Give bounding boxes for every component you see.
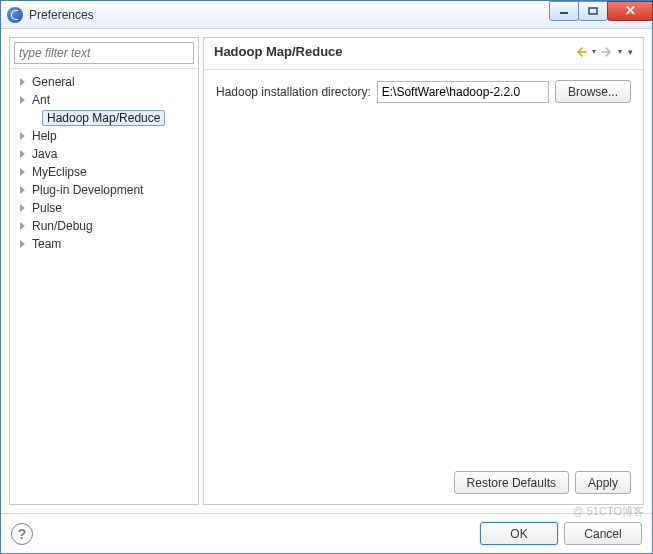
tree-item-label: Plug-in Development — [32, 183, 143, 197]
tree-item-myeclipse[interactable]: MyEclipse — [12, 163, 196, 181]
svg-rect-1 — [589, 8, 597, 14]
app-icon — [7, 7, 23, 23]
tree-item-help[interactable]: Help — [12, 127, 196, 145]
minimize-icon — [559, 7, 569, 15]
filter-input[interactable] — [14, 42, 194, 64]
tree-item-label: Pulse — [32, 201, 62, 215]
page-nav: ▾ ▾ ▾ — [574, 45, 635, 59]
tree-item-label: Ant — [32, 93, 50, 107]
expander-icon[interactable] — [18, 203, 28, 213]
expander-icon[interactable] — [18, 95, 28, 105]
restore-defaults-button[interactable]: Restore Defaults — [454, 471, 569, 494]
page-content: Hadoop installation directory: Browse...… — [204, 70, 643, 504]
forward-dropdown[interactable]: ▾ — [616, 47, 624, 56]
expander-icon[interactable] — [18, 185, 28, 195]
tree-item-label: Run/Debug — [32, 219, 93, 233]
install-dir-label: Hadoop installation directory: — [216, 85, 371, 99]
install-dir-row: Hadoop installation directory: Browse... — [216, 80, 631, 103]
tree-item-label: General — [32, 75, 75, 89]
forward-button[interactable] — [600, 45, 614, 59]
install-dir-input[interactable] — [377, 81, 549, 103]
tree-item-label: Java — [32, 147, 57, 161]
tree-item-label: MyEclipse — [32, 165, 87, 179]
tree-item-ant[interactable]: Ant — [12, 91, 196, 109]
titlebar: Preferences ✕ — [1, 1, 652, 29]
settings-pane: Hadoop Map/Reduce ▾ ▾ ▾ Hadoop installat… — [203, 37, 644, 505]
expander-icon[interactable] — [18, 131, 28, 141]
minimize-button[interactable] — [549, 1, 579, 21]
help-icon: ? — [18, 526, 27, 542]
cancel-button[interactable]: Cancel — [564, 522, 642, 545]
tree-item-label: Team — [32, 237, 61, 251]
tree-item-general[interactable]: General — [12, 73, 196, 91]
page-title: Hadoop Map/Reduce — [214, 44, 343, 59]
expander-icon[interactable] — [18, 77, 28, 87]
tree-item-label: Help — [32, 129, 57, 143]
apply-button[interactable]: Apply — [575, 471, 631, 494]
view-menu[interactable]: ▾ — [626, 47, 635, 57]
tree-item-run-debug[interactable]: Run/Debug — [12, 217, 196, 235]
tree-item-hadoop-map-reduce[interactable]: Hadoop Map/Reduce — [12, 109, 196, 127]
maximize-icon — [588, 7, 598, 15]
ok-button[interactable]: OK — [480, 522, 558, 545]
page-header: Hadoop Map/Reduce ▾ ▾ ▾ — [204, 38, 643, 70]
back-button[interactable] — [574, 45, 588, 59]
help-button[interactable]: ? — [11, 523, 33, 545]
maximize-button[interactable] — [578, 1, 608, 21]
close-button[interactable]: ✕ — [607, 1, 653, 21]
tree-item-label: Hadoop Map/Reduce — [42, 110, 165, 126]
back-dropdown[interactable]: ▾ — [590, 47, 598, 56]
body: GeneralAntHadoop Map/ReduceHelpJavaMyEcl… — [1, 29, 652, 513]
page-button-row: Restore Defaults Apply — [216, 463, 631, 494]
window-controls: ✕ — [549, 1, 652, 21]
dialog-footer: ? OK Cancel — [1, 513, 652, 553]
tree-item-pulse[interactable]: Pulse — [12, 199, 196, 217]
expander-icon[interactable] — [18, 221, 28, 231]
expander-icon[interactable] — [18, 149, 28, 159]
category-tree-pane: GeneralAntHadoop Map/ReduceHelpJavaMyEcl… — [9, 37, 199, 505]
footer-buttons: OK Cancel — [480, 522, 642, 545]
expander-icon[interactable] — [18, 167, 28, 177]
tree-item-java[interactable]: Java — [12, 145, 196, 163]
filter-wrap — [10, 38, 198, 69]
preferences-window: Preferences ✕ GeneralAntHadoop Map/Reduc… — [0, 0, 653, 554]
close-icon: ✕ — [625, 3, 636, 18]
browse-button[interactable]: Browse... — [555, 80, 631, 103]
category-tree[interactable]: GeneralAntHadoop Map/ReduceHelpJavaMyEcl… — [10, 69, 198, 504]
arrow-left-icon — [575, 46, 587, 58]
arrow-right-icon — [601, 46, 613, 58]
expander-icon[interactable] — [18, 239, 28, 249]
tree-item-plug-in-development[interactable]: Plug-in Development — [12, 181, 196, 199]
tree-item-team[interactable]: Team — [12, 235, 196, 253]
window-title: Preferences — [29, 8, 94, 22]
